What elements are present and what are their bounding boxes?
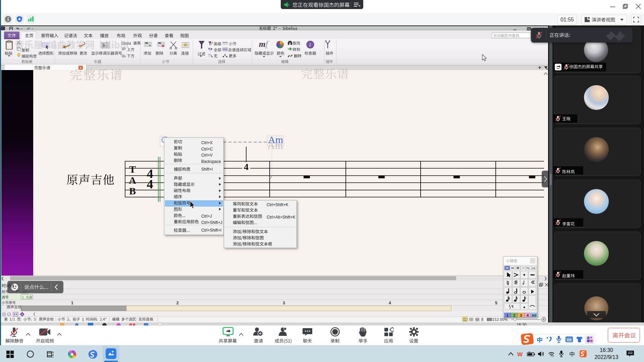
svg-text:i: i xyxy=(309,42,311,48)
svg-text:W: W xyxy=(517,351,523,357)
svg-text:bb: bb xyxy=(532,266,536,270)
svg-text:b: b xyxy=(103,43,105,48)
